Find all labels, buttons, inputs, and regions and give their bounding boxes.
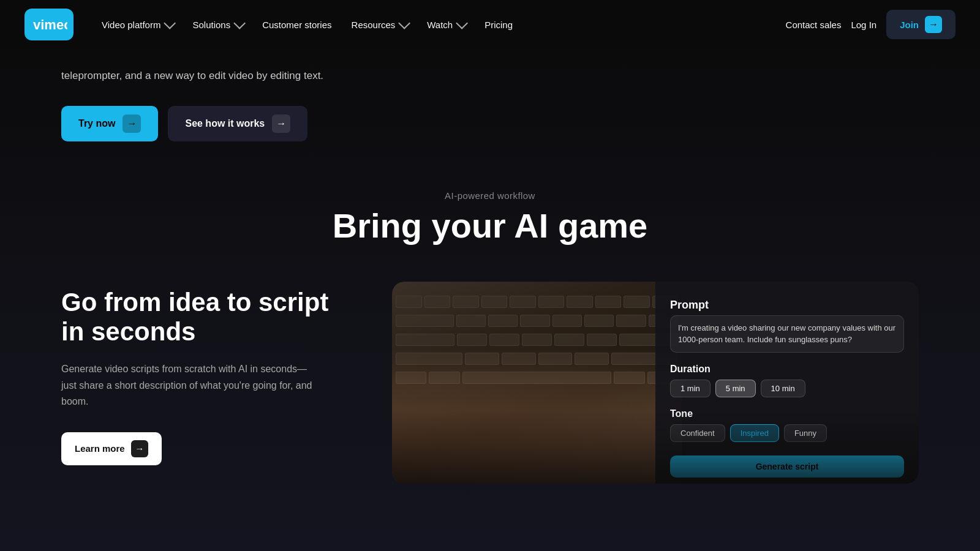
try-now-button[interactable]: Try now → <box>61 106 158 141</box>
prompt-text-box: I'm creating a video sharing our new com… <box>670 315 904 353</box>
chevron-down-icon <box>398 17 410 29</box>
nav-item-solutions[interactable]: Solutions <box>184 15 251 35</box>
ai-section-label: AI-powered workflow <box>0 190 980 201</box>
ai-section: AI-powered workflow Bring your AI game <box>0 178 980 263</box>
generate-script-button[interactable]: Generate script <box>670 455 904 478</box>
duration-label: Duration <box>670 364 904 375</box>
contact-sales-link[interactable]: Contact sales <box>786 20 842 30</box>
arrow-right-icon: → <box>123 114 141 133</box>
hand-overlay <box>392 362 682 484</box>
tone-section: Tone Confident Inspired Funny <box>670 408 904 442</box>
feature-section: Go from idea to script in seconds Genera… <box>0 282 980 484</box>
nav-item-pricing[interactable]: Pricing <box>476 15 521 35</box>
chevron-down-icon <box>456 17 468 29</box>
arrow-right-icon: → <box>925 16 942 33</box>
duration-buttons: 1 min 5 min 10 min <box>670 380 904 397</box>
see-how-it-works-button[interactable]: See how it works → <box>168 106 307 141</box>
tone-funny-button[interactable]: Funny <box>784 424 827 442</box>
tone-inspired-button[interactable]: Inspired <box>730 424 779 442</box>
tone-buttons: Confident Inspired Funny <box>670 424 904 442</box>
nav-item-customer-stories[interactable]: Customer stories <box>254 15 340 35</box>
join-button[interactable]: Join → <box>886 10 956 39</box>
page-content: teleprompter, and a new way to edit vide… <box>0 0 980 551</box>
tone-label: Tone <box>670 408 904 419</box>
chevron-down-icon <box>233 17 246 29</box>
duration-1min-button[interactable]: 1 min <box>670 380 710 397</box>
arrow-right-icon: → <box>272 114 290 133</box>
tone-confident-button[interactable]: Confident <box>670 424 725 442</box>
feature-text: Go from idea to script in seconds Genera… <box>61 282 343 465</box>
navbar: vimeo Video platform Solutions Customer … <box>0 0 980 49</box>
nav-item-resources[interactable]: Resources <box>343 15 417 35</box>
keyboard-bg <box>392 282 682 484</box>
feature-title: Go from idea to script in seconds <box>61 288 343 347</box>
svg-text:vimeo: vimeo <box>33 17 67 32</box>
hero-section: teleprompter, and a new way to edit vide… <box>0 49 980 141</box>
login-link[interactable]: Log In <box>851 20 876 30</box>
prompt-ui-card: Prompt I'm creating a video sharing our … <box>655 282 919 484</box>
feature-card: Prompt I'm creating a video sharing our … <box>392 282 919 484</box>
nav-links: Video platform Solutions Customer storie… <box>93 15 786 35</box>
vimeo-logo[interactable]: vimeo <box>24 9 74 40</box>
nav-item-watch[interactable]: Watch <box>418 15 473 35</box>
arrow-right-icon: → <box>131 440 148 457</box>
nav-item-video-platform[interactable]: Video platform <box>93 15 181 35</box>
nav-right: Contact sales Log In Join → <box>786 10 956 39</box>
ai-section-heading: Bring your AI game <box>0 207 980 245</box>
duration-10min-button[interactable]: 10 min <box>761 380 805 397</box>
hero-buttons: Try now → See how it works → <box>61 106 919 141</box>
duration-5min-button[interactable]: 5 min <box>715 380 756 397</box>
hero-description: teleprompter, and a new way to edit vide… <box>61 67 490 84</box>
chevron-down-icon <box>164 17 176 29</box>
duration-section: Duration 1 min 5 min 10 min <box>670 364 904 397</box>
feature-description: Generate video scripts from scratch with… <box>61 361 318 410</box>
learn-more-button[interactable]: Learn more → <box>61 432 162 465</box>
prompt-section-title: Prompt <box>670 299 904 312</box>
prompt-section: Prompt I'm creating a video sharing our … <box>670 299 904 353</box>
